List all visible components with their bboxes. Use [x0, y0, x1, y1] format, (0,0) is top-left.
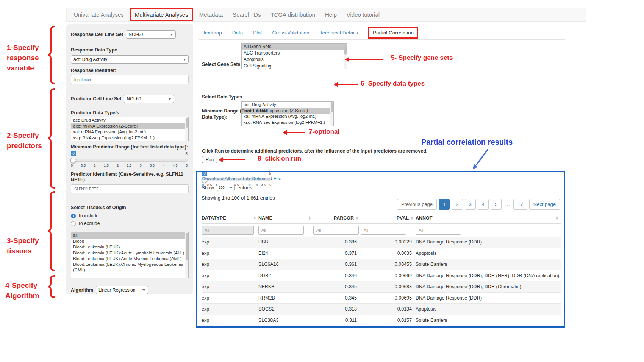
page-button-5[interactable]: 5 — [491, 199, 502, 210]
list-item[interactable]: Cell Signaling — [242, 63, 347, 69]
partial-correlation-results-title: Partial correlation results — [421, 138, 513, 147]
list-item[interactable]: Blood:Leukemia (LEUK):Acute Myeloid Leuk… — [71, 256, 188, 262]
select-data-types-label: Select Data Types — [202, 94, 242, 100]
download-tab-delimited-link[interactable]: Download All as a Tab-Delimited File — [202, 176, 281, 181]
filter-input-pval[interactable] — [361, 226, 406, 235]
list-item[interactable]: xai: mRNA Expression (Avg. log2 Int.) — [71, 129, 188, 135]
slider-value-badge: 0 — [71, 151, 76, 156]
list-item[interactable]: Blood:Leukemia (LEUK):Acute Lymphoid Leu… — [71, 250, 188, 256]
response-cell-line-set-select[interactable]: NCI-60 — [126, 30, 176, 39]
previous-page-button[interactable]: Previous page — [397, 199, 437, 210]
tab-data[interactable]: Data — [232, 30, 243, 36]
entries-label: entries — [238, 185, 252, 190]
list-item[interactable]: Apoptosis — [242, 56, 347, 63]
next-page-button[interactable]: Next page — [529, 199, 560, 210]
list-item[interactable]: act: Drug Activity — [71, 117, 188, 123]
annotation-2: 2-Specify predictors — [7, 130, 49, 151]
select-gene-sets-label: Select Gene Sets — [202, 62, 240, 67]
table-row: expUBB0.3860.00229DNA Damage Response (D… — [202, 237, 561, 248]
tab-cross-validation[interactable]: Cross-Validation — [272, 30, 309, 36]
nav-item-univariate[interactable]: Univariate Analyses — [69, 11, 129, 18]
pagination: Previous page 1 2 3 4 5 … 17 Next page — [397, 199, 560, 210]
page-length-select[interactable]: 100 — [217, 184, 235, 191]
list-item[interactable]: xsq: RNA-seq Expression (log2 FPKM+1.) — [71, 135, 188, 141]
slider-ticks: 00.511.522.533.544.55 — [71, 164, 188, 167]
list-item[interactable]: Blood:Leukemia (LEUK):Chronic Myelogenou… — [71, 262, 188, 273]
annotation-7: 7-optional — [309, 128, 339, 136]
filter-input-name[interactable] — [258, 226, 304, 235]
page-button-3[interactable]: 3 — [465, 199, 476, 210]
nav-item-help[interactable]: Help — [320, 11, 342, 18]
list-item[interactable]: All Gene Sets — [242, 44, 347, 50]
scrollbar[interactable] — [344, 44, 347, 69]
list-item[interactable]: exp: mRNA Expression (Z-Score) — [71, 123, 188, 130]
column-header-pval[interactable]: PVAL▲▼ — [361, 215, 416, 221]
nav-item-multivariate[interactable]: Multivariate Analyses — [130, 8, 193, 21]
page-button-1[interactable]: 1 — [439, 199, 450, 210]
scrollbar[interactable] — [185, 117, 188, 141]
scrollbar[interactable] — [330, 102, 333, 126]
column-header-parcor[interactable]: PARCOR▲▼ — [313, 215, 361, 221]
filter-input-parcor[interactable] — [313, 226, 359, 235]
table-header-row: DATATYPE▲▼ NAME▲▼ PARCOR▲▼ PVAL▲▼ ANNOT▲… — [202, 212, 561, 224]
nav-item-search-ids[interactable]: Search IDs — [228, 11, 266, 18]
list-item[interactable]: xsq: RNA-seq Expression (log2 FPKM+1.) — [242, 120, 333, 126]
top-navbar: Univariate Analyses Multivariate Analyse… — [66, 8, 586, 22]
algorithm-select[interactable]: Linear Regression — [96, 286, 148, 294]
chevron-down-icon — [230, 187, 233, 189]
response-identifier-input[interactable] — [71, 75, 189, 84]
list-item[interactable]: Blood — [71, 239, 188, 245]
annotation-arrow-data-types — [338, 84, 358, 85]
show-entries-row: Show 100 entries — [202, 184, 252, 191]
annotation-arrow-optional — [287, 132, 305, 133]
list-item[interactable]: xai: mRNA Expression (Avg. log2 Int.) — [242, 114, 333, 120]
annotation-arrow-run — [223, 159, 245, 160]
sort-icon: ▲▼ — [356, 216, 361, 220]
page-button-17[interactable]: 17 — [513, 199, 527, 210]
list-item[interactable]: act: Drug Activity — [242, 102, 333, 108]
sort-icon: ▲▼ — [253, 216, 258, 220]
filter-input-datatype[interactable] — [202, 226, 254, 235]
column-header-annot[interactable]: ANNOT▲▼ — [416, 215, 561, 221]
predictor-range-slider: 0 5 00.511.522.533.544.55 — [71, 151, 188, 169]
nav-item-metadata[interactable]: Metadata — [194, 11, 228, 18]
tab-plot[interactable]: Plot — [253, 30, 262, 36]
tab-technical-details[interactable]: Technical Details — [320, 30, 358, 36]
list-item[interactable]: ABC Transporters — [242, 50, 347, 56]
column-header-datatype[interactable]: DATATYPE▲▼ — [202, 215, 258, 221]
column-header-name[interactable]: NAME▲▼ — [258, 215, 313, 221]
scrollbar[interactable] — [185, 232, 188, 278]
chevron-down-icon — [168, 98, 171, 100]
tissue-exclude-radio[interactable]: To exclude — [71, 221, 189, 226]
gene-sets-list: All Gene Sets ABC Transporters Apoptosis… — [241, 43, 347, 69]
filter-input-annot[interactable] — [416, 226, 461, 235]
tab-partial-correlation[interactable]: Partial Correlation — [368, 27, 418, 39]
table-body: expUBB0.3860.00229DNA Damage Response (D… — [202, 237, 561, 326]
predictor-identifiers-input[interactable] — [71, 184, 189, 193]
sort-icon: ▲▼ — [411, 216, 416, 220]
min-range-label-line2: Data Type): — [202, 114, 227, 120]
tissue-include-radio[interactable]: To include — [71, 213, 189, 218]
table-row: expSOCS20.3180.0134Apoptosis — [202, 304, 561, 315]
slider-track[interactable] — [71, 159, 188, 162]
chevron-down-icon — [142, 289, 145, 291]
run-button[interactable]: Run — [202, 156, 217, 163]
page-button-4[interactable]: 4 — [478, 199, 489, 210]
slider-handle[interactable] — [70, 158, 76, 163]
nav-item-video-tutorial[interactable]: Video tutorial — [342, 11, 385, 18]
tab-heatmap[interactable]: Heatmap — [201, 30, 222, 36]
annotation-arrow-gene-sets — [349, 59, 383, 60]
predictor-data-types-label: Predictor Data Type/s — [71, 110, 189, 115]
page-button-2[interactable]: 2 — [452, 199, 463, 210]
show-label: Show — [202, 185, 214, 190]
list-item[interactable]: all — [71, 232, 188, 239]
table-row: expEI240.3710.0035Apoptosis — [202, 248, 561, 259]
response-data-type-select[interactable]: act: Drug Activity — [71, 55, 189, 64]
predictor-cell-line-set-select[interactable]: NCI-60 — [124, 95, 174, 103]
predictor-identifiers-label: Predictor Identifiers: (Case-Sensitive, … — [71, 172, 184, 182]
table-row: expSLC6A160.3610.00455Solute Carriers — [202, 259, 561, 270]
list-item[interactable]: Blood:Leukemia (LEUK) — [71, 244, 188, 250]
nav-item-tcga[interactable]: TCGA distribution — [266, 11, 320, 18]
annotation-6: 6- Specify data types — [361, 80, 425, 87]
response-cell-line-set-label: Response Cell Line Set — [71, 32, 123, 37]
